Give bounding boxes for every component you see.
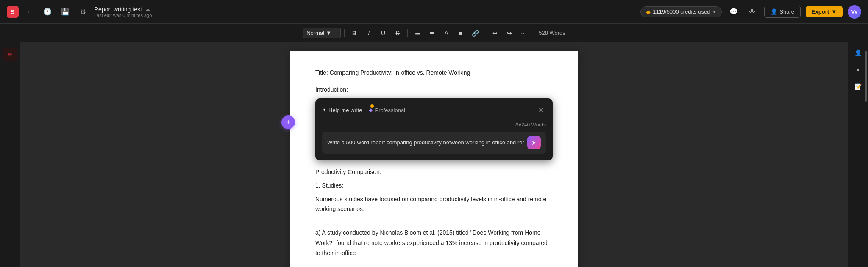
- avatar[interactable]: VV: [848, 5, 861, 19]
- ai-input-row: ➤: [322, 132, 546, 154]
- topbar: S ← 🕐 💾 ⚙ Report writing test ☁ Last edi…: [0, 0, 868, 24]
- study-label: 1. Studies:: [315, 181, 553, 191]
- section-label: Productivity Comparison:: [315, 167, 553, 177]
- bold-button[interactable]: B: [348, 27, 361, 39]
- doc-subtitle: Last edit was 0 minutes ago: [94, 13, 152, 18]
- ai-tab-write[interactable]: ✦ Help me write: [322, 106, 362, 115]
- save-icon[interactable]: 💾: [58, 5, 72, 19]
- left-sidebar: ✏: [0, 42, 20, 267]
- style-chevron-icon: ▼: [326, 30, 331, 36]
- ai-send-button[interactable]: ➤: [527, 136, 541, 149]
- link-button[interactable]: 🔗: [469, 27, 481, 39]
- style-label: Normal: [306, 30, 324, 36]
- study-body: Numerous studies have focused on compari…: [315, 194, 553, 215]
- history-icon[interactable]: 🕐: [41, 5, 54, 19]
- close-ai-widget-button[interactable]: ✕: [536, 105, 546, 115]
- intro-label: Introduction:: [315, 85, 553, 95]
- toolbar-separator-1: [344, 29, 345, 37]
- italic-button[interactable]: I: [362, 27, 375, 39]
- back-button[interactable]: ←: [23, 5, 36, 19]
- doc-title-line: Title: Comparing Productivity: In-office…: [315, 68, 553, 78]
- doc-info: Report writing test ☁ Last edit was 0 mi…: [94, 6, 152, 18]
- strikethrough-button[interactable]: S: [391, 27, 404, 39]
- right-sidebar: 👤 ● 📝: [848, 42, 868, 267]
- ai-widget-header: ✦ Help me write ◆ Professional: [322, 105, 546, 115]
- align-button[interactable]: ≣: [426, 27, 438, 39]
- ai-tab-mode[interactable]: ◆ Professional: [369, 106, 405, 115]
- mode-active-dot: [370, 104, 374, 108]
- list-button[interactable]: ☰: [411, 27, 424, 39]
- settings-icon[interactable]: ⚙: [76, 5, 90, 19]
- ai-widget-tabs: ✦ Help me write ◆ Professional: [322, 106, 405, 115]
- highlight-button[interactable]: ■: [454, 27, 467, 39]
- doc-content: Title: Comparing Productivity: In-office…: [315, 68, 553, 258]
- scrollbar-thumb[interactable]: [865, 51, 867, 102]
- app-logo[interactable]: S: [7, 6, 19, 18]
- add-block-button[interactable]: +: [281, 115, 295, 129]
- cloud-save-icon: ☁: [145, 6, 150, 13]
- preview-icon[interactable]: 👁: [746, 5, 759, 19]
- topbar-left: S ← 🕐 💾 ⚙ Report writing test ☁ Last edi…: [7, 5, 635, 19]
- share-button[interactable]: 👤 Share: [764, 6, 801, 18]
- toolbar-separator-2: [407, 29, 408, 37]
- toolbar: Normal ▼ B I U S ☰ ≣ A ■ 🔗 ↩ ↪ ⋯ 528 Wor…: [0, 24, 868, 42]
- right-icon-3[interactable]: 📝: [851, 80, 865, 93]
- redo-button[interactable]: ↪: [503, 27, 516, 39]
- left-tool-icon[interactable]: ✏: [3, 48, 17, 61]
- right-icon-1[interactable]: 👤: [851, 46, 865, 59]
- chevron-down-icon: ▼: [712, 9, 716, 14]
- study-detail: a) A study conducted by Nicholas Bloom e…: [315, 228, 553, 258]
- main-layout: ✏ + Title: Comparing Productivity: In-of…: [0, 42, 868, 267]
- comment-icon[interactable]: 💬: [727, 5, 740, 19]
- text-color-button[interactable]: A: [440, 27, 453, 39]
- style-selector[interactable]: Normal ▼: [303, 28, 341, 38]
- scrollbar-track[interactable]: [865, 42, 867, 267]
- credits-label: 1119/5000 credits used: [653, 8, 710, 15]
- ai-prompt-input[interactable]: [327, 139, 524, 146]
- topbar-right: ◆ 1119/5000 credits used ▼ 💬 👁 👤 Share E…: [640, 5, 861, 19]
- gem-icon: ◆: [646, 8, 651, 15]
- export-chevron-icon: ▼: [831, 8, 837, 15]
- toolbar-separator-3: [485, 29, 485, 37]
- credits-badge[interactable]: ◆ 1119/5000 credits used ▼: [640, 6, 722, 17]
- word-count: 528 Words: [539, 30, 565, 36]
- ai-widget: ✦ Help me write ◆ Professional: [315, 98, 553, 160]
- undo-button[interactable]: ↩: [489, 27, 501, 39]
- more-options-button[interactable]: ⋯: [517, 27, 530, 39]
- document-page: + Title: Comparing Productivity: In-offi…: [290, 51, 578, 267]
- editor-area[interactable]: + Title: Comparing Productivity: In-offi…: [20, 42, 848, 267]
- share-icon: 👤: [771, 8, 777, 15]
- ai-word-count: 25/240 Words: [322, 121, 546, 129]
- write-icon: ✦: [322, 106, 326, 114]
- right-icon-2[interactable]: ●: [851, 63, 865, 76]
- mode-gem-icon: ◆: [369, 106, 373, 114]
- doc-title: Report writing test ☁: [94, 6, 152, 13]
- underline-button[interactable]: U: [377, 27, 389, 39]
- export-button[interactable]: Export ▼: [806, 6, 843, 17]
